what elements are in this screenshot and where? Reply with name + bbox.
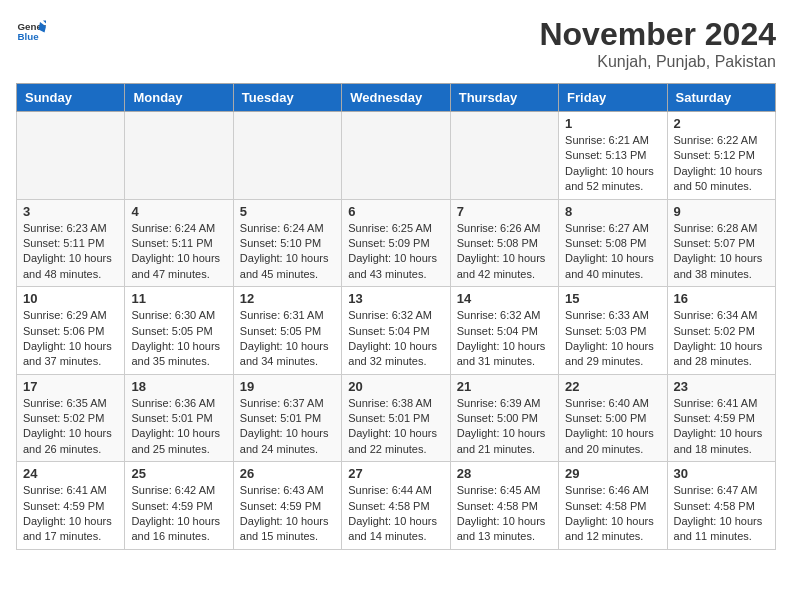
calendar-cell: 16Sunrise: 6:34 AMSunset: 5:02 PMDayligh…: [667, 287, 775, 375]
col-header-tuesday: Tuesday: [233, 84, 341, 112]
day-number: 16: [674, 291, 769, 306]
calendar-cell: 21Sunrise: 6:39 AMSunset: 5:00 PMDayligh…: [450, 374, 558, 462]
calendar-cell: 13Sunrise: 6:32 AMSunset: 5:04 PMDayligh…: [342, 287, 450, 375]
calendar-table: SundayMondayTuesdayWednesdayThursdayFrid…: [16, 83, 776, 550]
col-header-sunday: Sunday: [17, 84, 125, 112]
calendar-cell: [450, 112, 558, 200]
calendar-week-5: 24Sunrise: 6:41 AMSunset: 4:59 PMDayligh…: [17, 462, 776, 550]
col-header-friday: Friday: [559, 84, 667, 112]
calendar-week-1: 1Sunrise: 6:21 AMSunset: 5:13 PMDaylight…: [17, 112, 776, 200]
calendar-cell: 3Sunrise: 6:23 AMSunset: 5:11 PMDaylight…: [17, 199, 125, 287]
day-info: Sunrise: 6:31 AMSunset: 5:05 PMDaylight:…: [240, 308, 335, 370]
calendar-cell: [125, 112, 233, 200]
day-info: Sunrise: 6:47 AMSunset: 4:58 PMDaylight:…: [674, 483, 769, 545]
day-info: Sunrise: 6:32 AMSunset: 5:04 PMDaylight:…: [457, 308, 552, 370]
calendar-cell: 19Sunrise: 6:37 AMSunset: 5:01 PMDayligh…: [233, 374, 341, 462]
day-info: Sunrise: 6:41 AMSunset: 4:59 PMDaylight:…: [674, 396, 769, 458]
month-title: November 2024: [539, 16, 776, 53]
calendar-cell: 23Sunrise: 6:41 AMSunset: 4:59 PMDayligh…: [667, 374, 775, 462]
calendar-week-2: 3Sunrise: 6:23 AMSunset: 5:11 PMDaylight…: [17, 199, 776, 287]
day-info: Sunrise: 6:24 AMSunset: 5:10 PMDaylight:…: [240, 221, 335, 283]
calendar-cell: 8Sunrise: 6:27 AMSunset: 5:08 PMDaylight…: [559, 199, 667, 287]
col-header-wednesday: Wednesday: [342, 84, 450, 112]
day-number: 1: [565, 116, 660, 131]
day-number: 14: [457, 291, 552, 306]
logo-icon: General Blue: [16, 16, 46, 46]
day-info: Sunrise: 6:24 AMSunset: 5:11 PMDaylight:…: [131, 221, 226, 283]
day-info: Sunrise: 6:44 AMSunset: 4:58 PMDaylight:…: [348, 483, 443, 545]
calendar-cell: 7Sunrise: 6:26 AMSunset: 5:08 PMDaylight…: [450, 199, 558, 287]
day-number: 27: [348, 466, 443, 481]
calendar-cell: 27Sunrise: 6:44 AMSunset: 4:58 PMDayligh…: [342, 462, 450, 550]
day-number: 4: [131, 204, 226, 219]
calendar-cell: 26Sunrise: 6:43 AMSunset: 4:59 PMDayligh…: [233, 462, 341, 550]
day-number: 2: [674, 116, 769, 131]
calendar-header-row: SundayMondayTuesdayWednesdayThursdayFrid…: [17, 84, 776, 112]
day-info: Sunrise: 6:26 AMSunset: 5:08 PMDaylight:…: [457, 221, 552, 283]
calendar-cell: 14Sunrise: 6:32 AMSunset: 5:04 PMDayligh…: [450, 287, 558, 375]
day-info: Sunrise: 6:40 AMSunset: 5:00 PMDaylight:…: [565, 396, 660, 458]
title-area: November 2024 Kunjah, Punjab, Pakistan: [539, 16, 776, 71]
calendar-cell: 6Sunrise: 6:25 AMSunset: 5:09 PMDaylight…: [342, 199, 450, 287]
calendar-cell: 1Sunrise: 6:21 AMSunset: 5:13 PMDaylight…: [559, 112, 667, 200]
day-info: Sunrise: 6:41 AMSunset: 4:59 PMDaylight:…: [23, 483, 118, 545]
day-number: 25: [131, 466, 226, 481]
day-number: 6: [348, 204, 443, 219]
calendar-cell: 4Sunrise: 6:24 AMSunset: 5:11 PMDaylight…: [125, 199, 233, 287]
day-info: Sunrise: 6:21 AMSunset: 5:13 PMDaylight:…: [565, 133, 660, 195]
day-info: Sunrise: 6:42 AMSunset: 4:59 PMDaylight:…: [131, 483, 226, 545]
day-number: 30: [674, 466, 769, 481]
calendar-cell: [342, 112, 450, 200]
day-info: Sunrise: 6:33 AMSunset: 5:03 PMDaylight:…: [565, 308, 660, 370]
day-info: Sunrise: 6:22 AMSunset: 5:12 PMDaylight:…: [674, 133, 769, 195]
day-info: Sunrise: 6:27 AMSunset: 5:08 PMDaylight:…: [565, 221, 660, 283]
logo: General Blue: [16, 16, 46, 46]
calendar-cell: 15Sunrise: 6:33 AMSunset: 5:03 PMDayligh…: [559, 287, 667, 375]
calendar-week-4: 17Sunrise: 6:35 AMSunset: 5:02 PMDayligh…: [17, 374, 776, 462]
calendar-week-3: 10Sunrise: 6:29 AMSunset: 5:06 PMDayligh…: [17, 287, 776, 375]
day-number: 5: [240, 204, 335, 219]
day-number: 15: [565, 291, 660, 306]
day-number: 26: [240, 466, 335, 481]
location: Kunjah, Punjab, Pakistan: [539, 53, 776, 71]
calendar-cell: 12Sunrise: 6:31 AMSunset: 5:05 PMDayligh…: [233, 287, 341, 375]
day-number: 3: [23, 204, 118, 219]
col-header-saturday: Saturday: [667, 84, 775, 112]
calendar-cell: [17, 112, 125, 200]
day-number: 18: [131, 379, 226, 394]
calendar-cell: 22Sunrise: 6:40 AMSunset: 5:00 PMDayligh…: [559, 374, 667, 462]
calendar-cell: 10Sunrise: 6:29 AMSunset: 5:06 PMDayligh…: [17, 287, 125, 375]
col-header-monday: Monday: [125, 84, 233, 112]
calendar-cell: [233, 112, 341, 200]
calendar-cell: 17Sunrise: 6:35 AMSunset: 5:02 PMDayligh…: [17, 374, 125, 462]
day-number: 24: [23, 466, 118, 481]
calendar-cell: 20Sunrise: 6:38 AMSunset: 5:01 PMDayligh…: [342, 374, 450, 462]
day-number: 8: [565, 204, 660, 219]
day-info: Sunrise: 6:38 AMSunset: 5:01 PMDaylight:…: [348, 396, 443, 458]
day-number: 12: [240, 291, 335, 306]
day-info: Sunrise: 6:34 AMSunset: 5:02 PMDaylight:…: [674, 308, 769, 370]
day-number: 20: [348, 379, 443, 394]
day-info: Sunrise: 6:29 AMSunset: 5:06 PMDaylight:…: [23, 308, 118, 370]
day-info: Sunrise: 6:32 AMSunset: 5:04 PMDaylight:…: [348, 308, 443, 370]
day-number: 29: [565, 466, 660, 481]
calendar-cell: 30Sunrise: 6:47 AMSunset: 4:58 PMDayligh…: [667, 462, 775, 550]
day-info: Sunrise: 6:28 AMSunset: 5:07 PMDaylight:…: [674, 221, 769, 283]
day-number: 7: [457, 204, 552, 219]
day-info: Sunrise: 6:46 AMSunset: 4:58 PMDaylight:…: [565, 483, 660, 545]
day-number: 28: [457, 466, 552, 481]
day-number: 13: [348, 291, 443, 306]
day-number: 11: [131, 291, 226, 306]
day-info: Sunrise: 6:36 AMSunset: 5:01 PMDaylight:…: [131, 396, 226, 458]
calendar-cell: 2Sunrise: 6:22 AMSunset: 5:12 PMDaylight…: [667, 112, 775, 200]
calendar-cell: 9Sunrise: 6:28 AMSunset: 5:07 PMDaylight…: [667, 199, 775, 287]
calendar-cell: 11Sunrise: 6:30 AMSunset: 5:05 PMDayligh…: [125, 287, 233, 375]
calendar-cell: 29Sunrise: 6:46 AMSunset: 4:58 PMDayligh…: [559, 462, 667, 550]
page-header: General Blue November 2024 Kunjah, Punja…: [16, 16, 776, 71]
day-number: 22: [565, 379, 660, 394]
calendar-cell: 24Sunrise: 6:41 AMSunset: 4:59 PMDayligh…: [17, 462, 125, 550]
day-number: 10: [23, 291, 118, 306]
day-number: 9: [674, 204, 769, 219]
day-info: Sunrise: 6:35 AMSunset: 5:02 PMDaylight:…: [23, 396, 118, 458]
day-info: Sunrise: 6:39 AMSunset: 5:00 PMDaylight:…: [457, 396, 552, 458]
